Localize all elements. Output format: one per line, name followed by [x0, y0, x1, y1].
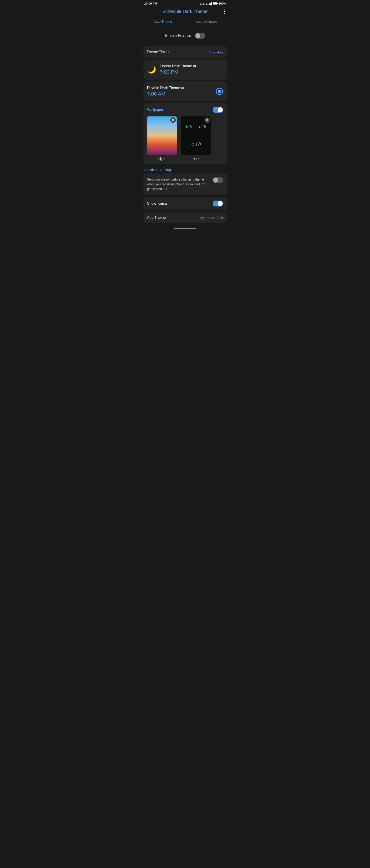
notification-card: Send notification before changing theme … [144, 174, 227, 195]
disable-theme-card[interactable]: Disable Dark Theme at... 7:00 AM [144, 82, 227, 101]
show-toasts-label: Show Toasts [147, 202, 167, 206]
wallpaper-images: ✕ Light ♦ ✎ ∩ ∂ ℛ ○ ι ∂ ✕ Dark [147, 117, 223, 160]
enable-feature-row: Enable Feature [141, 26, 229, 45]
dark-theme-card[interactable]: 🌙 Enable Dark Theme at... 7:00 PM [144, 60, 227, 80]
app-theme-value: System Default [200, 216, 223, 220]
wallpaper-header: Wallpaper [147, 107, 223, 113]
wallpaper-dark-label: Dark [193, 157, 199, 160]
signal-icon [209, 2, 212, 5]
dark-icon-3: ∩ [194, 124, 197, 130]
tab-bar: Auto Theme Auto Wallpaper [141, 17, 229, 26]
wallpaper-light-thumb[interactable]: ✕ [147, 117, 177, 155]
home-indicator [174, 228, 196, 229]
wifi-icon: ▲ [199, 2, 202, 5]
dark-icon-4: ∂ [199, 124, 202, 130]
app-theme-row[interactable]: App Theme System Default [144, 212, 227, 223]
dark-theme-time: 7:00 PM [160, 69, 179, 75]
enable-feature-toggle[interactable] [195, 33, 205, 39]
remove-dark-wallpaper-button[interactable]: ✕ [205, 117, 210, 123]
time-slots-button[interactable]: Time slots [208, 50, 223, 54]
show-toasts-toggle[interactable] [213, 200, 223, 207]
sun-icon [216, 88, 223, 95]
remove-light-wallpaper-button[interactable]: ✕ [170, 117, 176, 123]
status-time: 10:00 PM [145, 2, 157, 5]
dark-icon-5: ℛ [203, 124, 207, 129]
status-icons: ▲ LTE 100% [199, 2, 226, 5]
wallpaper-toggle[interactable] [213, 107, 223, 113]
battery-percentage: 100% [219, 2, 226, 5]
enable-feature-label: Enable Feature [165, 33, 191, 38]
wallpaper-dark-thumb[interactable]: ♦ ✎ ∩ ∂ ℛ ○ ι ∂ ✕ [181, 117, 211, 155]
additional-setting-section: Additional Setting Send notification bef… [144, 168, 227, 195]
wallpaper-light-label: Light [158, 157, 165, 160]
wallpaper-dark-item: ♦ ✎ ∩ ∂ ℛ ○ ι ∂ ✕ Dark [181, 117, 211, 160]
theme-timing-label: Theme Timing [147, 50, 169, 54]
show-toasts-row: Show Toasts [144, 197, 227, 210]
svg-rect-1 [217, 3, 218, 4]
additional-setting-title: Additional Setting [144, 168, 227, 172]
wallpaper-light-item: ✕ Light [147, 117, 177, 160]
dark-icon-1: ♦ [185, 124, 188, 130]
light-theme-label: Disable Dark Theme at... [147, 86, 187, 90]
tab-auto-wallpaper[interactable]: Auto Wallpaper [185, 17, 229, 26]
app-theme-label: App Theme [147, 216, 166, 220]
dark-icon-8: ∂ [198, 142, 201, 147]
tab-auto-theme[interactable]: Auto Theme [141, 17, 185, 26]
dark-icon-2: ✎ [189, 124, 193, 129]
light-theme-content: Disable Dark Theme at... 7:00 AM [147, 86, 216, 97]
dark-icon-7: ι [196, 142, 197, 147]
wallpaper-section: Wallpaper ✕ Light ♦ ✎ ∩ ∂ ℛ ○ [144, 103, 227, 164]
status-bar: 10:00 PM ▲ LTE 100% [141, 0, 229, 6]
battery-icon [213, 2, 218, 5]
more-options-button[interactable] [223, 9, 226, 14]
wallpaper-title: Wallpaper [147, 108, 163, 112]
dark-icon-6: ○ [191, 141, 195, 148]
network-indicator: LTE [203, 2, 208, 5]
bottom-navigation-bar [141, 225, 229, 231]
theme-timing-card: Theme Timing Time slots [144, 46, 227, 58]
page-header: Schedule Dark Theme [141, 6, 229, 16]
dark-theme-label: Enable Dark Theme at... [160, 64, 199, 68]
light-theme-time: 7:00 AM [147, 91, 165, 97]
notification-text: Send notification before changing theme … [147, 177, 210, 191]
svg-rect-2 [213, 3, 217, 4]
notification-toggle[interactable] [213, 177, 223, 183]
page-title: Schedule Dark Theme [162, 9, 208, 14]
dark-theme-content: Enable Dark Theme at... 7:00 PM [160, 64, 223, 75]
moon-icon: 🌙 [147, 65, 156, 74]
